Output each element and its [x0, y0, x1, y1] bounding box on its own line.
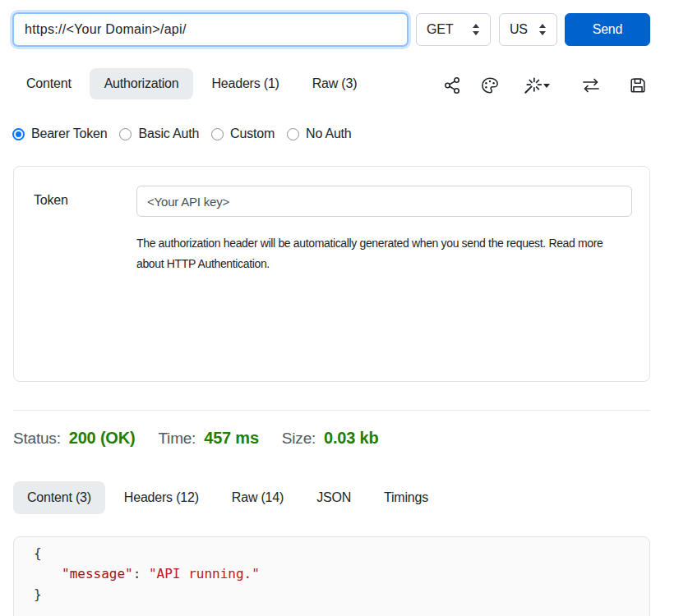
response-tabs: Content (3) Headers (12) Raw (14) JSON T… — [13, 481, 442, 514]
method-select-value: GET — [427, 22, 453, 37]
token-label: Token — [34, 193, 68, 208]
radio-unselected-icon — [287, 128, 299, 140]
chevron-down-icon — [543, 84, 550, 88]
save-icon[interactable] — [628, 76, 648, 95]
api-client-app: GET US Send Content Authorization Header… — [0, 0, 688, 616]
status-label: Status: — [13, 430, 61, 448]
updown-arrows-icon — [538, 23, 547, 36]
json-line-2: "message": "API running." — [34, 563, 649, 584]
tab-response-raw[interactable]: Raw (14) — [218, 481, 298, 514]
radio-unselected-icon — [211, 128, 224, 140]
swap-arrows-icon[interactable] — [581, 76, 601, 95]
time-value: 457 ms — [204, 429, 259, 448]
auth-token-panel: Token The authorization header will be a… — [13, 166, 650, 382]
status-value: 200 (OK) — [69, 429, 136, 448]
size-value: 0.03 kb — [324, 429, 378, 448]
auth-help-text: The authorization header will be automat… — [136, 233, 603, 274]
radio-bearer-token[interactable]: Bearer Token — [12, 126, 107, 141]
tab-response-timings[interactable]: Timings — [370, 481, 442, 514]
method-select[interactable]: GET — [416, 13, 491, 46]
share-icon[interactable] — [442, 76, 462, 95]
palette-icon[interactable] — [480, 76, 500, 95]
region-select-value: US — [510, 22, 528, 37]
tab-response-headers[interactable]: Headers (12) — [110, 481, 213, 514]
radio-no-auth[interactable]: No Auth — [287, 126, 352, 141]
request-tabs: Content Authorization Headers (1) Raw (3… — [12, 68, 372, 99]
json-key: "message" — [62, 566, 133, 582]
auth-help-line1: The authorization header will be automat… — [136, 233, 603, 254]
size-label: Size: — [282, 430, 316, 448]
json-string-value: "API running." — [149, 566, 260, 582]
radio-custom[interactable]: Custom — [211, 126, 275, 141]
json-line-1: { — [34, 543, 649, 563]
tab-headers[interactable]: Headers (1) — [196, 68, 293, 99]
tab-response-json[interactable]: JSON — [302, 481, 365, 514]
auth-help-line2: about HTTP Authentication. — [136, 254, 603, 274]
time-label: Time: — [158, 430, 196, 448]
response-status-row: Status: 200 (OK) Time: 457 ms Size: 0.03… — [13, 429, 379, 448]
radio-unselected-icon — [119, 128, 132, 140]
auth-type-options: Bearer Token Basic Auth Custom No Auth — [12, 126, 352, 141]
tab-content[interactable]: Content — [12, 68, 86, 99]
url-input[interactable] — [12, 12, 409, 47]
token-input[interactable] — [136, 186, 632, 217]
radio-selected-icon — [12, 128, 25, 140]
response-body: { "message": "API running." } — [13, 536, 650, 616]
magic-wand-icon[interactable] — [523, 76, 543, 95]
send-button[interactable]: Send — [565, 13, 650, 46]
radio-basic-auth[interactable]: Basic Auth — [119, 126, 199, 141]
updown-arrows-icon — [472, 23, 480, 36]
region-select[interactable]: US — [499, 13, 557, 46]
tab-raw[interactable]: Raw (3) — [298, 68, 372, 99]
section-divider — [13, 410, 650, 411]
tab-authorization[interactable]: Authorization — [90, 68, 194, 99]
json-line-3: } — [34, 584, 649, 605]
tab-response-content[interactable]: Content (3) — [13, 481, 105, 514]
